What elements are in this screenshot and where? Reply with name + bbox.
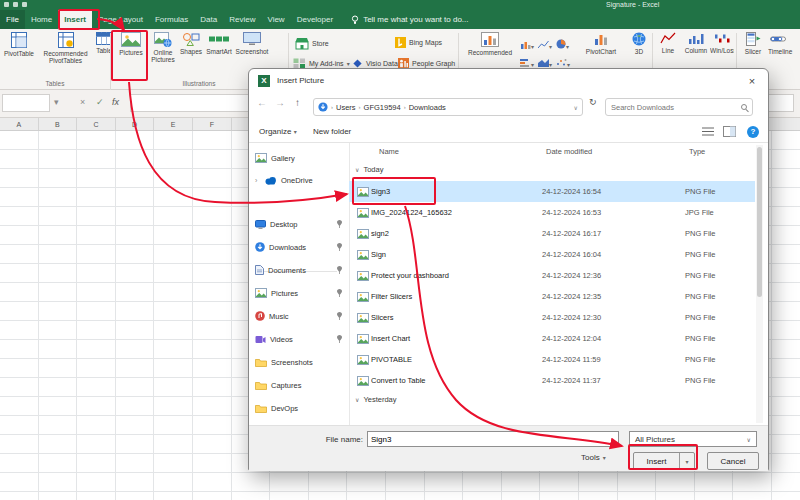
sidebar-item-pictures[interactable]: Pictures bbox=[255, 284, 345, 302]
winloss-sparkline-icon bbox=[714, 32, 730, 45]
slicer-button[interactable]: Slicer bbox=[740, 32, 766, 55]
sidebar-item-devops[interactable]: DevOps bbox=[255, 399, 345, 417]
smartart-label: SmartArt bbox=[206, 48, 232, 55]
group-header-yesterday[interactable]: ∨ Yesterday bbox=[355, 395, 397, 404]
preview-pane-button[interactable] bbox=[723, 126, 736, 141]
tab-review[interactable]: Review bbox=[223, 10, 261, 29]
sidebar-item-onedrive[interactable]: › OneDrive bbox=[255, 171, 345, 189]
file-row-convert-to-table[interactable]: Convert to Table 24-12-2024 11:37 PNG Fi… bbox=[349, 370, 755, 391]
store-button[interactable]: Store bbox=[295, 37, 329, 50]
collapse-chevron-icon: ∨ bbox=[355, 396, 359, 403]
file-row-insert-chart[interactable]: Insert Chart 24-12-2024 12:04 PNG File bbox=[349, 328, 755, 349]
file-row-filter-slicers[interactable]: Filter Slicers 24-12-2024 12:35 PNG File bbox=[349, 286, 755, 307]
column-header-b[interactable]: B bbox=[39, 118, 78, 130]
insert-line-chart-button[interactable]: ▾ bbox=[538, 35, 552, 53]
file-row-protect-your-dashboard[interactable]: Protect your dashboard 24-12-2024 12:36 … bbox=[349, 265, 755, 286]
sidebar-item-downloads[interactable]: Downloads bbox=[255, 238, 345, 256]
bing-maps-icon bbox=[395, 37, 406, 48]
list-header-type[interactable]: Type bbox=[689, 147, 705, 156]
quick-access-save-icon[interactable] bbox=[4, 2, 9, 7]
cancel-button[interactable]: Cancel bbox=[707, 452, 759, 470]
pin-icon bbox=[336, 312, 343, 320]
file-row-sign2[interactable]: sign2 24-12-2024 16:17 PNG File bbox=[349, 223, 755, 244]
line-sparkline-button[interactable]: Line bbox=[656, 32, 680, 54]
column-sparkline-button[interactable]: Column bbox=[682, 32, 710, 54]
tab-formulas[interactable]: Formulas bbox=[149, 10, 194, 29]
recommended-pivottables-button[interactable]: Recommended PivotTables bbox=[38, 32, 93, 64]
sidebar-item-captures[interactable]: Captures bbox=[255, 376, 345, 394]
winloss-sparkline-button[interactable]: Win/Loss bbox=[710, 32, 734, 54]
pin-icon bbox=[336, 266, 343, 274]
forward-button[interactable]: → bbox=[275, 97, 285, 108]
3d-map-button[interactable]: 3D bbox=[626, 32, 652, 55]
sidebar-item-desktop[interactable]: Desktop bbox=[255, 215, 345, 233]
column-header-a[interactable]: A bbox=[0, 118, 39, 130]
insert-picture-dialog: X Insert Picture × ← → ↑ › Users › GFG19… bbox=[248, 68, 769, 470]
tab-page-layout[interactable]: Page Layout bbox=[92, 10, 149, 29]
enter-entry-icon[interactable]: ✓ bbox=[96, 97, 104, 107]
bing-maps-button[interactable]: Bing Maps bbox=[395, 37, 442, 48]
list-header-date-modified[interactable]: Date modified bbox=[546, 147, 592, 156]
expander-chevron-icon[interactable]: › bbox=[255, 177, 260, 184]
group-header-today[interactable]: ∨ Today bbox=[355, 165, 383, 174]
list-header-name[interactable]: Name bbox=[379, 147, 399, 156]
shapes-button[interactable]: Shapes bbox=[178, 32, 204, 55]
gallery-icon bbox=[255, 153, 267, 163]
column-header-c[interactable]: C bbox=[77, 118, 116, 130]
name-box[interactable] bbox=[2, 94, 50, 112]
tab-view[interactable]: View bbox=[261, 10, 290, 29]
pivottable-button[interactable]: PivotTable bbox=[2, 32, 36, 57]
address-bar[interactable]: › Users › GFG19594 › Downloads ∨ bbox=[313, 98, 583, 116]
breadcrumb-gfg19594[interactable]: GFG19594 bbox=[364, 103, 401, 112]
sidebar-item-videos[interactable]: Videos bbox=[255, 330, 345, 348]
quick-access-undo-icon[interactable] bbox=[13, 2, 18, 7]
tab-developer[interactable]: Developer bbox=[291, 10, 339, 29]
pin-icon bbox=[336, 335, 343, 343]
cancel-entry-icon[interactable]: × bbox=[80, 97, 85, 107]
column-header-d[interactable]: D bbox=[116, 118, 155, 130]
sidebar-item-documents[interactable]: Documents bbox=[255, 261, 345, 279]
sidebar-item-screenshots[interactable]: Screenshots bbox=[255, 353, 345, 371]
search-box[interactable] bbox=[605, 98, 753, 116]
tab-data[interactable]: Data bbox=[194, 10, 223, 29]
sidebar-item-music[interactable]: Music bbox=[255, 307, 345, 325]
refresh-icon[interactable]: ↻ bbox=[589, 97, 597, 107]
file-row-img-20241224[interactable]: IMG_20241224_165632 24-12-2024 16:53 JPG… bbox=[349, 202, 755, 223]
smartart-button[interactable]: SmartArt bbox=[204, 32, 234, 55]
insert-function-icon[interactable]: fx bbox=[112, 97, 119, 107]
organize-button[interactable]: Organize ▾ bbox=[259, 121, 297, 143]
tools-button[interactable]: Tools ▾ bbox=[581, 453, 606, 462]
help-button[interactable]: ? bbox=[747, 126, 759, 138]
view-options-button[interactable] bbox=[701, 126, 715, 141]
file-row-sign[interactable]: Sign 24-12-2024 16:04 PNG File bbox=[349, 244, 755, 265]
screenshot-button[interactable]: Screenshot bbox=[234, 32, 270, 55]
file-row-pivotable[interactable]: PIVOTABLE 24-12-2024 11:59 PNG File bbox=[349, 349, 755, 370]
new-folder-button[interactable]: New folder bbox=[313, 121, 351, 143]
up-button[interactable]: ↑ bbox=[295, 97, 300, 108]
tab-home[interactable]: Home bbox=[25, 10, 58, 29]
address-chevron-icon[interactable]: ∨ bbox=[574, 104, 578, 111]
insert-pie-chart-button[interactable]: ▾ bbox=[556, 35, 569, 53]
online-pictures-button[interactable]: Online Pictures bbox=[148, 32, 178, 63]
breadcrumb-users[interactable]: Users bbox=[336, 103, 356, 112]
column-header-f[interactable]: F bbox=[193, 118, 232, 130]
tab-file[interactable]: File bbox=[0, 10, 25, 29]
chart-type-row-1: ▾ ▾ ▾ bbox=[520, 35, 569, 53]
close-icon[interactable]: × bbox=[736, 69, 768, 93]
search-input[interactable] bbox=[611, 103, 741, 112]
breadcrumb-downloads[interactable]: Downloads bbox=[409, 103, 446, 112]
scrollbar-thumb[interactable] bbox=[757, 147, 762, 297]
list-scrollbar[interactable] bbox=[756, 145, 763, 423]
recommended-charts-button[interactable]: Recommended bbox=[464, 32, 516, 56]
name-box-chevron-icon[interactable]: ▾ bbox=[54, 97, 59, 107]
file-name-input[interactable] bbox=[367, 431, 619, 447]
column-header-e[interactable]: E bbox=[154, 118, 193, 130]
pivotchart-button[interactable]: PivotChart bbox=[580, 32, 622, 55]
back-button[interactable]: ← bbox=[257, 97, 267, 108]
insert-column-chart-button[interactable]: ▾ bbox=[520, 35, 534, 53]
quick-access-redo-icon[interactable] bbox=[22, 2, 27, 7]
tell-me-box[interactable]: Tell me what you want to do... bbox=[351, 10, 468, 29]
timeline-button[interactable]: Timeline bbox=[768, 32, 800, 55]
file-row-slicers[interactable]: Slicers 24-12-2024 12:30 PNG File bbox=[349, 307, 755, 328]
sidebar-item-gallery[interactable]: Gallery bbox=[255, 149, 345, 167]
